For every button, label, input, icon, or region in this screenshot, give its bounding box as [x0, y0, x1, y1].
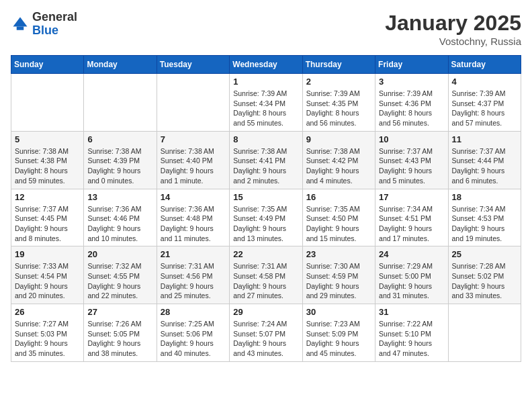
- day-number: 16: [306, 192, 371, 202]
- day-info: Sunrise: 7:37 AMSunset: 4:45 PMDaylight:…: [15, 204, 80, 244]
- calendar-day-cell: 10Sunrise: 7:37 AMSunset: 4:43 PMDayligh…: [375, 131, 448, 189]
- day-info: Sunrise: 7:30 AMSunset: 4:59 PMDaylight:…: [306, 261, 371, 301]
- day-info: Sunrise: 7:36 AMSunset: 4:48 PMDaylight:…: [161, 204, 226, 244]
- day-number: 22: [233, 249, 298, 259]
- day-info: Sunrise: 7:39 AMSunset: 4:36 PMDaylight:…: [379, 89, 444, 128]
- calendar-day-cell: 23Sunrise: 7:30 AMSunset: 4:59 PMDayligh…: [302, 246, 375, 304]
- day-number: 11: [452, 134, 517, 144]
- calendar-day-cell: [157, 74, 229, 132]
- day-info: Sunrise: 7:34 AMSunset: 4:53 PMDaylight:…: [452, 204, 517, 244]
- day-number: 20: [87, 249, 152, 259]
- day-number: 2: [306, 77, 371, 87]
- weekday-header: Monday: [84, 56, 157, 74]
- day-info: Sunrise: 7:28 AMSunset: 5:02 PMDaylight:…: [452, 261, 517, 301]
- logo-text: General Blue: [32, 11, 77, 38]
- day-number: 4: [452, 77, 517, 87]
- day-info: Sunrise: 7:39 AMSunset: 4:35 PMDaylight:…: [306, 89, 371, 128]
- day-info: Sunrise: 7:37 AMSunset: 4:44 PMDaylight:…: [452, 146, 517, 186]
- day-info: Sunrise: 7:38 AMSunset: 4:42 PMDaylight:…: [306, 146, 371, 186]
- calendar-day-cell: 19Sunrise: 7:33 AMSunset: 4:54 PMDayligh…: [11, 246, 84, 304]
- calendar-day-cell: 9Sunrise: 7:38 AMSunset: 4:42 PMDaylight…: [302, 131, 375, 189]
- location-subtitle: Vostochny, Russia: [385, 36, 521, 47]
- calendar-day-cell: 16Sunrise: 7:35 AMSunset: 4:50 PMDayligh…: [302, 189, 375, 246]
- title-block: January 2025 Vostochny, Russia: [385, 11, 521, 47]
- weekday-header: Thursday: [302, 56, 375, 74]
- calendar-day-cell: 7Sunrise: 7:38 AMSunset: 4:40 PMDaylight…: [157, 131, 229, 189]
- day-info: Sunrise: 7:35 AMSunset: 4:50 PMDaylight:…: [306, 204, 371, 244]
- day-info: Sunrise: 7:24 AMSunset: 5:07 PMDaylight:…: [233, 319, 298, 359]
- day-info: Sunrise: 7:34 AMSunset: 4:51 PMDaylight:…: [379, 204, 444, 244]
- logo-blue-text: Blue: [32, 24, 58, 37]
- day-info: Sunrise: 7:23 AMSunset: 5:09 PMDaylight:…: [306, 319, 371, 359]
- logo-icon: [11, 15, 30, 34]
- weekday-header: Friday: [375, 56, 448, 74]
- day-info: Sunrise: 7:29 AMSunset: 5:00 PMDaylight:…: [379, 261, 444, 301]
- day-number: 18: [452, 192, 517, 202]
- weekday-header: Wednesday: [230, 56, 302, 74]
- day-number: 3: [379, 77, 444, 87]
- svg-marker-0: [13, 17, 28, 26]
- calendar-day-cell: 27Sunrise: 7:26 AMSunset: 5:05 PMDayligh…: [84, 304, 157, 362]
- day-info: Sunrise: 7:25 AMSunset: 5:06 PMDaylight:…: [161, 319, 226, 359]
- day-number: 1: [233, 77, 298, 87]
- day-number: 17: [379, 192, 444, 202]
- day-info: Sunrise: 7:39 AMSunset: 4:37 PMDaylight:…: [452, 89, 517, 128]
- day-number: 29: [233, 307, 298, 317]
- calendar-day-cell: 22Sunrise: 7:31 AMSunset: 4:58 PMDayligh…: [230, 246, 302, 304]
- day-number: 12: [15, 192, 80, 202]
- day-info: Sunrise: 7:31 AMSunset: 4:56 PMDaylight:…: [161, 261, 226, 301]
- weekday-header: Sunday: [11, 56, 84, 74]
- calendar-day-cell: 20Sunrise: 7:32 AMSunset: 4:55 PMDayligh…: [84, 246, 157, 304]
- day-info: Sunrise: 7:36 AMSunset: 4:46 PMDaylight:…: [87, 204, 152, 244]
- day-number: 27: [87, 307, 152, 317]
- day-number: 5: [15, 134, 80, 144]
- day-info: Sunrise: 7:38 AMSunset: 4:41 PMDaylight:…: [233, 146, 298, 186]
- day-number: 24: [379, 249, 444, 259]
- calendar-week-row: 26Sunrise: 7:27 AMSunset: 5:03 PMDayligh…: [11, 304, 521, 362]
- day-number: 21: [161, 249, 226, 259]
- page-header: General Blue January 2025 Vostochny, Rus…: [11, 11, 521, 47]
- calendar-day-cell: 25Sunrise: 7:28 AMSunset: 5:02 PMDayligh…: [448, 246, 521, 304]
- calendar-week-row: 12Sunrise: 7:37 AMSunset: 4:45 PMDayligh…: [11, 189, 521, 246]
- calendar-day-cell: [448, 304, 521, 362]
- month-year-title: January 2025: [385, 11, 521, 36]
- calendar-day-cell: 30Sunrise: 7:23 AMSunset: 5:09 PMDayligh…: [302, 304, 375, 362]
- calendar-day-cell: 8Sunrise: 7:38 AMSunset: 4:41 PMDaylight…: [230, 131, 302, 189]
- day-number: 7: [161, 134, 226, 144]
- calendar-day-cell: 26Sunrise: 7:27 AMSunset: 5:03 PMDayligh…: [11, 304, 84, 362]
- weekday-header: Tuesday: [157, 56, 229, 74]
- day-number: 23: [306, 249, 371, 259]
- day-info: Sunrise: 7:38 AMSunset: 4:39 PMDaylight:…: [87, 146, 152, 186]
- day-number: 25: [452, 249, 517, 259]
- day-number: 31: [379, 307, 444, 317]
- day-number: 15: [233, 192, 298, 202]
- day-info: Sunrise: 7:37 AMSunset: 4:43 PMDaylight:…: [379, 146, 444, 186]
- day-number: 6: [87, 134, 152, 144]
- logo: General Blue: [11, 11, 77, 38]
- calendar-day-cell: 29Sunrise: 7:24 AMSunset: 5:07 PMDayligh…: [230, 304, 302, 362]
- calendar-day-cell: 18Sunrise: 7:34 AMSunset: 4:53 PMDayligh…: [448, 189, 521, 246]
- weekday-header: Saturday: [448, 56, 521, 74]
- day-info: Sunrise: 7:31 AMSunset: 4:58 PMDaylight:…: [233, 261, 298, 301]
- calendar-day-cell: 3Sunrise: 7:39 AMSunset: 4:36 PMDaylight…: [375, 74, 448, 132]
- day-number: 30: [306, 307, 371, 317]
- calendar-day-cell: 17Sunrise: 7:34 AMSunset: 4:51 PMDayligh…: [375, 189, 448, 246]
- calendar-table: SundayMondayTuesdayWednesdayThursdayFrid…: [11, 55, 521, 362]
- calendar-week-row: 19Sunrise: 7:33 AMSunset: 4:54 PMDayligh…: [11, 246, 521, 304]
- calendar-day-cell: 4Sunrise: 7:39 AMSunset: 4:37 PMDaylight…: [448, 74, 521, 132]
- day-info: Sunrise: 7:33 AMSunset: 4:54 PMDaylight:…: [15, 261, 80, 301]
- calendar-day-cell: [84, 74, 157, 132]
- svg-rect-1: [17, 26, 24, 30]
- calendar-week-row: 5Sunrise: 7:38 AMSunset: 4:38 PMDaylight…: [11, 131, 521, 189]
- day-info: Sunrise: 7:32 AMSunset: 4:55 PMDaylight:…: [87, 261, 152, 301]
- calendar-day-cell: 28Sunrise: 7:25 AMSunset: 5:06 PMDayligh…: [157, 304, 229, 362]
- calendar-day-cell: 13Sunrise: 7:36 AMSunset: 4:46 PMDayligh…: [84, 189, 157, 246]
- day-number: 26: [15, 307, 80, 317]
- calendar-day-cell: 6Sunrise: 7:38 AMSunset: 4:39 PMDaylight…: [84, 131, 157, 189]
- calendar-day-cell: 1Sunrise: 7:39 AMSunset: 4:34 PMDaylight…: [230, 74, 302, 132]
- day-info: Sunrise: 7:35 AMSunset: 4:49 PMDaylight:…: [233, 204, 298, 244]
- calendar-day-cell: 5Sunrise: 7:38 AMSunset: 4:38 PMDaylight…: [11, 131, 84, 189]
- day-number: 28: [161, 307, 226, 317]
- day-info: Sunrise: 7:38 AMSunset: 4:38 PMDaylight:…: [15, 146, 80, 186]
- day-info: Sunrise: 7:39 AMSunset: 4:34 PMDaylight:…: [233, 89, 298, 128]
